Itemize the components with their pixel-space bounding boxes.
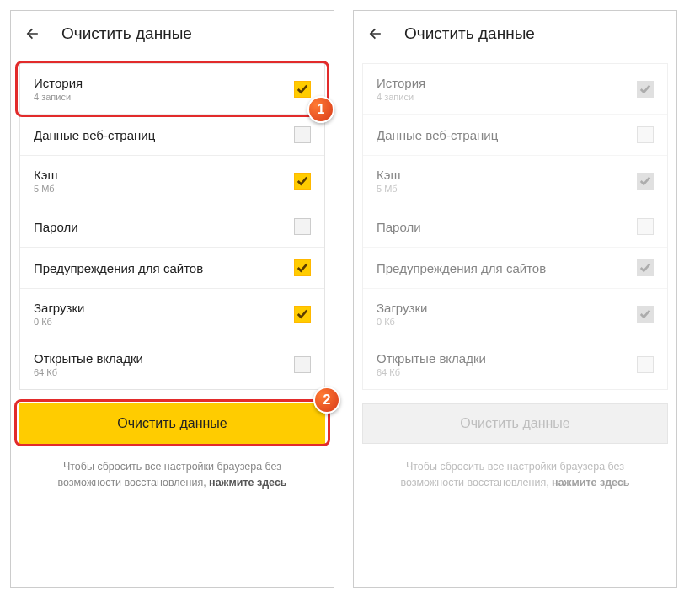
row-downloads[interactable]: Загрузки 0 Кб (20, 289, 324, 339)
phone-left: Очистить данные 1 История 4 записи Данны… (10, 10, 334, 588)
row-warnings: Предупреждения для сайтов (363, 248, 667, 289)
row-webdata: Данные веб-страниц (363, 115, 667, 156)
checkbox-cache[interactable] (294, 173, 311, 190)
row-sub: 4 записи (34, 92, 83, 102)
row-sub: 4 записи (377, 92, 425, 102)
row-sub: 64 Кб (34, 367, 143, 377)
checkbox-history (637, 81, 654, 98)
row-label: Открытые вкладки (377, 351, 486, 366)
row-tabs: Открытые вкладки 64 Кб (363, 339, 667, 389)
row-label: Кэш (34, 168, 57, 182)
checkbox-passwords[interactable] (294, 218, 311, 235)
checkbox-tabs[interactable] (294, 356, 311, 373)
reset-link[interactable]: нажмите здесь (552, 477, 629, 489)
reset-hint: Чтобы сбросить все настройки браузера бе… (19, 459, 325, 491)
row-cache[interactable]: Кэш 5 Мб (20, 156, 324, 206)
row-label: Предупреждения для сайтов (34, 261, 203, 275)
header: Очистить данные (354, 11, 676, 56)
row-label: Пароли (34, 220, 78, 234)
row-label: Пароли (377, 220, 421, 234)
badge-2: 2 (313, 387, 340, 414)
row-sub: 0 Кб (377, 317, 427, 327)
checkbox-webdata[interactable] (294, 126, 311, 143)
clear-data-button: Очистить данные (362, 403, 668, 444)
reset-hint: Чтобы сбросить все настройки браузера бе… (362, 459, 668, 491)
checkbox-downloads[interactable] (294, 306, 311, 323)
page-title: Очистить данные (404, 24, 535, 43)
row-sub: 64 Кб (377, 367, 486, 377)
row-label: История (34, 76, 83, 90)
row-passwords[interactable]: Пароли (20, 206, 324, 248)
back-icon[interactable] (24, 25, 41, 42)
data-list: История 4 записи Данные веб-страниц Кэш … (362, 63, 668, 390)
clear-data-button[interactable]: Очистить данные (19, 403, 325, 444)
row-warnings[interactable]: Предупреждения для сайтов (20, 248, 324, 289)
row-label: Данные веб-страниц (34, 128, 155, 142)
row-passwords: Пароли (363, 206, 667, 248)
row-label: Загрузки (377, 301, 427, 315)
row-label: История (377, 76, 425, 90)
row-label: Данные веб-страниц (377, 128, 498, 142)
reset-link[interactable]: нажмите здесь (209, 477, 286, 489)
phone-right: Очистить данные История 4 записи Данные … (353, 10, 677, 588)
row-label: Загрузки (34, 301, 84, 315)
checkbox-cache (637, 173, 654, 190)
badge-1: 1 (307, 96, 334, 123)
checkbox-warnings (637, 259, 654, 276)
header: Очистить данные (11, 11, 334, 56)
checkbox-history[interactable] (294, 81, 311, 98)
data-list: 1 История 4 записи Данные веб-страниц Кэ… (19, 63, 325, 390)
checkbox-warnings[interactable] (294, 259, 311, 276)
row-sub: 0 Кб (34, 317, 84, 327)
page-title: Очистить данные (61, 24, 192, 43)
row-history: История 4 записи (363, 64, 667, 115)
row-sub: 5 Мб (34, 184, 57, 194)
checkbox-downloads (637, 306, 654, 323)
checkbox-tabs (637, 356, 654, 373)
row-webdata[interactable]: Данные веб-страниц (20, 115, 324, 156)
back-icon[interactable] (367, 25, 384, 42)
row-label: Предупреждения для сайтов (377, 261, 546, 275)
checkbox-webdata (637, 126, 654, 143)
row-cache: Кэш 5 Мб (363, 156, 667, 206)
row-sub: 5 Мб (377, 184, 400, 194)
checkbox-passwords (637, 218, 654, 235)
action-area: Очистить данные Чтобы сбросить все настр… (354, 390, 676, 491)
row-tabs[interactable]: Открытые вкладки 64 Кб (20, 339, 324, 389)
row-downloads: Загрузки 0 Кб (363, 289, 667, 339)
action-area: 2 Очистить данные Чтобы сбросить все нас… (11, 390, 334, 491)
row-label: Открытые вкладки (34, 351, 143, 366)
row-label: Кэш (377, 168, 400, 182)
row-history[interactable]: 1 История 4 записи (20, 64, 324, 115)
